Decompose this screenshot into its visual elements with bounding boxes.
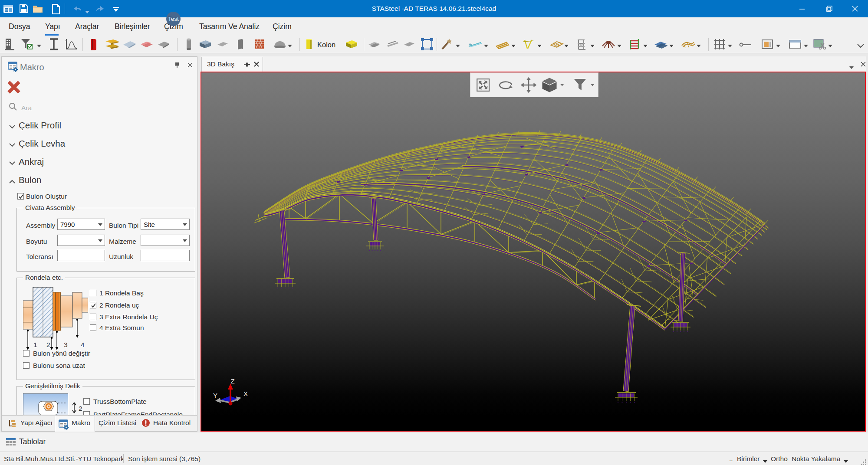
svg-text:Y: Y [213, 392, 217, 399]
svg-text:X: X [243, 390, 248, 397]
svg-text:Z: Z [230, 377, 234, 385]
